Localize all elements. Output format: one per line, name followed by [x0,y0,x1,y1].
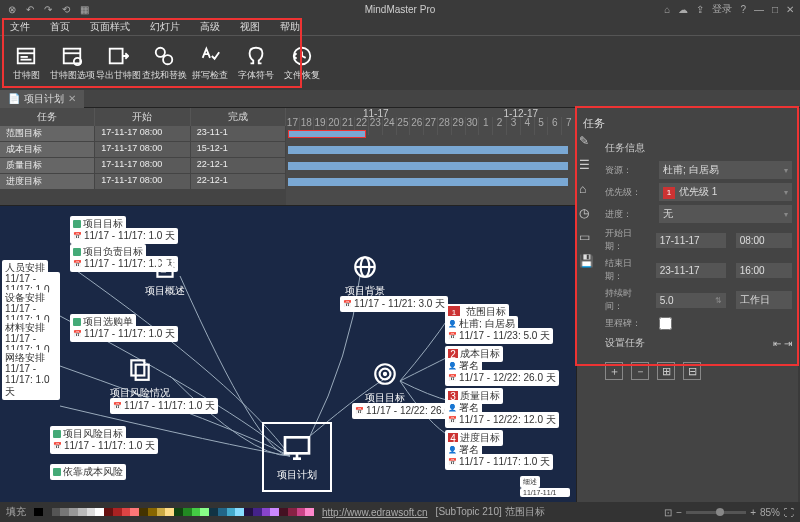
monitor-icon [281,432,313,464]
maximize-icon[interactable]: □ [772,4,778,15]
mindmap-leaf[interactable]: 依靠成本风险 [50,464,126,480]
mindmap-leaf-date: 📅11/17 - 11/17: 1.0 天 [70,326,178,342]
color-palette[interactable] [34,508,314,516]
mindmap-leaf[interactable]: 细述 [520,476,540,488]
minimize-icon[interactable]: — [754,4,764,15]
zoom-value[interactable]: 85% [760,507,780,518]
status-selection: [SubTopic 210] 范围目标 [436,505,545,519]
mindmap-root[interactable]: 项目计划 [262,422,332,492]
gantt-row[interactable]: 进度目标17-11-17 08:0022-12-1 [0,174,286,190]
gantt-chart[interactable]: 11-171-12-17 171819202122232425262728293… [286,108,576,205]
mindmap-leaf-date: 📅11/17 - 11/21: 3.0 天 [340,296,448,312]
clock-icon[interactable]: ◷ [579,206,594,220]
highlight-taskpane [575,106,799,366]
mindmap-canvas[interactable]: 项目目标 📅11/17 - 11/17: 1.0 天 项目负责目标 📅11/17… [0,206,576,502]
status-url[interactable]: http://www.edrawsoft.cn [322,507,428,518]
globe-icon [352,254,378,280]
gantt-bar[interactable] [288,162,568,170]
mindmap-leaf-date: 📅11/17 - 11/17: 1.0 天 [445,454,553,470]
svg-point-26 [384,373,386,375]
mindmap-leaf-date: 📅11/17 - 11/23: 5.0 天 [445,328,553,344]
brush-icon[interactable]: ✎ [579,134,594,148]
zoom-controls: ⊡ − + 85% ⛶ [664,507,794,518]
tag-icon[interactable]: ▭ [579,230,594,244]
list-icon[interactable]: ☰ [579,158,594,172]
mindmap-leaf-date: 📅11/17 - 12/22: 12.0 天 [445,412,559,428]
mindmap-leaf-date: 📅11/17 - 11/17: 1.0 天 [50,438,158,454]
col-start: 开始 [95,108,190,126]
gantt-bar[interactable] [288,146,568,154]
close-doc-icon[interactable]: ⊗ [6,3,18,15]
ribbon: 甘特图 甘特图选项 导出甘特图 查找和替换 拼写检查 字体符号 文件恢复 [0,36,800,90]
mindmap-leaf-date: 📅11/17 - 11/17: 1.0 天 [110,398,218,414]
left-pane: 任务 开始 完成 范围目标17-11-17 08:0023-11-1 成本目标1… [0,108,576,502]
zoom-in-icon[interactable]: + [750,507,756,518]
gantt-bar[interactable] [288,130,366,138]
close-tab-icon[interactable]: ✕ [68,93,76,104]
qat: ⊗ ↶ ↷ ⟲ ▦ [0,3,90,15]
col-task: 任务 [0,108,95,126]
gantt-bar[interactable] [288,178,568,186]
status-bar: 填充 http://www.edrawsoft.cn [SubTopic 210… [0,502,800,522]
document-icon [152,254,178,280]
target-icon [372,361,398,387]
cloud-icon[interactable]: ☁ [678,4,688,15]
undo-icon[interactable]: ↶ [24,3,36,15]
share-icon[interactable]: ⇪ [696,4,704,15]
save-icon[interactable]: 💾 [579,254,594,268]
gantt-row[interactable]: 质量目标17-11-17 08:0022-12-1 [0,158,286,174]
mindmap-leaf-date: 11/17-11/1 [520,488,570,497]
task-panel: 任务 ✎ ☰ ⌂ ◷ ▭ 💾 任务信息 资源：杜甫; 白居易▾ 优先级：1优先级… [576,108,798,502]
title-bar: ⊗ ↶ ↷ ⟲ ▦ MindMaster Pro ⌂ ☁ ⇪ 登录 ? — □ … [0,0,800,18]
redo-icon[interactable]: ↷ [42,3,54,15]
titlebar-right: ⌂ ☁ ⇪ 登录 ? — □ ✕ [664,2,800,16]
view-icon[interactable]: ▦ [78,3,90,15]
help-icon[interactable]: ? [740,4,746,15]
fullscreen-icon[interactable]: ⛶ [784,507,794,518]
mindmap-leaf-date: 11/17 - 11/17: 1.0 天 [2,362,60,400]
zoom-fit-icon[interactable]: ⊡ [664,507,672,518]
gantt-header: 任务 开始 完成 [0,108,286,126]
svg-rect-16 [131,360,144,375]
copy-icon [127,356,153,382]
task-panel-sideicons: ✎ ☰ ⌂ ◷ ▭ 💾 [579,134,594,268]
fill-label: 填充 [6,505,26,519]
home-icon[interactable]: ⌂ [664,4,670,15]
home-icon[interactable]: ⌂ [579,182,594,196]
app-title: MindMaster Pro [365,4,436,15]
login-button[interactable]: 登录 [712,2,732,16]
doc-tab[interactable]: 📄项目计划✕ [0,90,84,108]
svg-rect-18 [285,437,309,453]
mindmap-leaf-date: 📅11/17 - 11/17: 1.0 天 [70,228,178,244]
close-icon[interactable]: ✕ [786,4,794,15]
mindmap-leaf-date: 📅11/17 - 12/22: 26.0 天 [445,370,559,386]
refresh-icon[interactable]: ⟲ [60,3,72,15]
work-area: 任务 开始 完成 范围目标17-11-17 08:0023-11-1 成本目标1… [0,108,800,502]
mindmap-branch[interactable]: 项目概述 [145,254,185,298]
zoom-slider[interactable] [686,511,746,514]
highlight-ribbon [2,18,302,88]
gantt-view: 任务 开始 完成 范围目标17-11-17 08:0023-11-1 成本目标1… [0,108,576,206]
gantt-task-list: 任务 开始 完成 范围目标17-11-17 08:0023-11-1 成本目标1… [0,108,286,205]
gantt-row[interactable]: 范围目标17-11-17 08:0023-11-1 [0,126,286,142]
mindmap-branch[interactable]: 项目背景 [345,254,385,298]
mindmap-branch[interactable]: 项目风险情况 [110,356,170,400]
gantt-row[interactable]: 成本目标17-11-17 08:0015-12-1 [0,142,286,158]
col-end: 完成 [191,108,286,126]
mindmap-branch[interactable]: 项目目标 [365,361,405,405]
svg-rect-17 [136,365,149,380]
zoom-out-icon[interactable]: − [676,507,682,518]
